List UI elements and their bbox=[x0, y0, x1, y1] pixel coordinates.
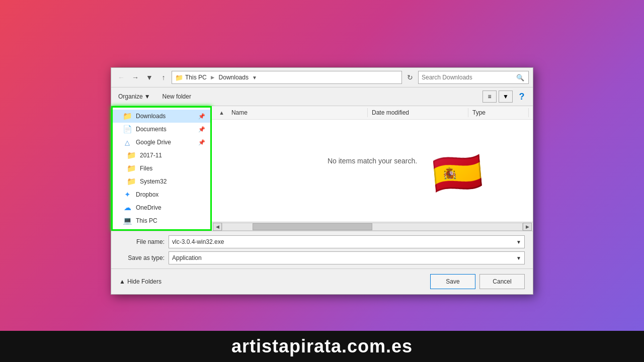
view-dropdown-icon: ▼ bbox=[503, 93, 509, 100]
sidebar-item-documents[interactable]: 📄 Documents 📌 bbox=[113, 123, 210, 136]
address-downloads: Downloads bbox=[219, 74, 249, 81]
address-bar[interactable]: 📁 This PC ► Downloads ▼ bbox=[172, 71, 402, 84]
sidebar-item-files[interactable]: 📁 Files bbox=[113, 162, 210, 175]
sidebar-item-google-drive[interactable]: △ Google Drive 📌 bbox=[113, 136, 210, 149]
view-options-button[interactable]: ≡ bbox=[482, 90, 497, 103]
this-pc-icon: 💻 bbox=[123, 216, 132, 225]
toolbar-right: ≡ ▼ ? bbox=[482, 89, 529, 104]
sidebar-item-downloads-label: Downloads bbox=[136, 113, 166, 120]
sidebar-item-onedrive-label: OneDrive bbox=[136, 204, 162, 211]
address-dropdown-chevron[interactable]: ▼ bbox=[251, 73, 259, 81]
sidebar-item-system32[interactable]: 📁 System32 bbox=[113, 175, 210, 188]
dropbox-icon: ✦ bbox=[123, 190, 132, 199]
scrollbar-area: ◀ ▶ bbox=[212, 222, 533, 231]
recent-locations-button[interactable]: ▼ bbox=[143, 71, 155, 83]
footer-bar: ▲ Hide Folders Save Cancel bbox=[111, 268, 533, 294]
secondary-toolbar: Organize ▼ New folder ≡ ▼ ? bbox=[111, 87, 533, 106]
sidebar-item-dropbox[interactable]: ✦ Dropbox bbox=[113, 188, 210, 201]
folder-2017-11-icon: 📁 bbox=[127, 151, 136, 160]
pin-icon-downloads: 📌 bbox=[198, 113, 205, 120]
sidebar: 📁 Downloads 📌 📄 Documents 📌 △ Google Dri… bbox=[111, 106, 212, 231]
scroll-left-button[interactable]: ◀ bbox=[213, 223, 222, 231]
no-items-message: No items match your search. bbox=[328, 157, 417, 165]
scroll-thumb[interactable] bbox=[253, 223, 372, 230]
sidebar-item-documents-label: Documents bbox=[136, 126, 167, 133]
new-folder-label: New folder bbox=[163, 93, 191, 100]
help-button[interactable]: ? bbox=[515, 89, 529, 104]
hide-folders-button[interactable]: ▲ Hide Folders bbox=[119, 278, 162, 285]
col-header-type[interactable]: Type bbox=[468, 108, 529, 117]
downloads-icon: 📁 bbox=[123, 112, 132, 121]
sidebar-item-downloads[interactable]: 📁 Downloads 📌 bbox=[113, 110, 210, 123]
file-name-value: vlc-3.0.4-win32.exe bbox=[172, 238, 224, 245]
watermark-text: artistapirata.com.es bbox=[231, 336, 413, 356]
save-as-type-value: Application bbox=[172, 254, 202, 261]
view-dropdown-button[interactable]: ▼ bbox=[499, 90, 513, 103]
save-as-dialog: ← → ▼ ↑ 📁 This PC ► Downloads ▼ ↻ 🔍 Orga… bbox=[111, 67, 533, 295]
file-name-label: File name: bbox=[119, 238, 165, 245]
address-separator-1: ► bbox=[210, 74, 216, 81]
save-as-type-label: Save as type: bbox=[119, 254, 165, 261]
sidebar-item-this-pc[interactable]: 💻 This PC bbox=[113, 214, 210, 227]
cancel-button[interactable]: Cancel bbox=[479, 274, 525, 289]
google-drive-icon: △ bbox=[123, 138, 132, 147]
save-as-type-input[interactable]: Application ▼ bbox=[169, 251, 525, 264]
refresh-button[interactable]: ↻ bbox=[404, 71, 416, 83]
back-button[interactable]: ← bbox=[115, 71, 127, 83]
spain-flag: 🇪🇸 bbox=[430, 148, 485, 199]
search-input[interactable] bbox=[422, 74, 513, 81]
sidebar-item-files-label: Files bbox=[140, 165, 152, 172]
file-list-body: No items match your search. 🇪🇸 bbox=[212, 120, 533, 222]
address-toolbar: ← → ▼ ↑ 📁 This PC ► Downloads ▼ ↻ 🔍 bbox=[111, 68, 533, 87]
search-box: 🔍 bbox=[418, 71, 529, 84]
file-name-row: File name: vlc-3.0.4-win32.exe ▼ bbox=[119, 235, 525, 248]
save-as-type-row: Save as type: Application ▼ bbox=[119, 251, 525, 264]
folder-system32-icon: 📁 bbox=[127, 177, 136, 186]
sidebar-item-system32-label: System32 bbox=[140, 178, 167, 185]
col-header-name[interactable]: Name bbox=[227, 108, 368, 117]
sidebar-item-2017-11[interactable]: 📁 2017-11 bbox=[113, 149, 210, 162]
folder-files-icon: 📁 bbox=[127, 164, 136, 173]
scroll-right-button[interactable]: ▶ bbox=[523, 223, 532, 231]
view-icon: ≡ bbox=[488, 93, 491, 100]
documents-icon: 📄 bbox=[123, 125, 132, 134]
footer-buttons: Save Cancel bbox=[430, 274, 525, 289]
sidebar-item-this-pc-label: This PC bbox=[136, 217, 157, 224]
pin-icon-documents: 📌 bbox=[198, 126, 205, 133]
file-name-input[interactable]: vlc-3.0.4-win32.exe ▼ bbox=[169, 235, 525, 248]
search-icon-button[interactable]: 🔍 bbox=[515, 72, 525, 82]
sidebar-item-google-drive-label: Google Drive bbox=[136, 139, 171, 146]
sidebar-item-onedrive[interactable]: ☁ OneDrive bbox=[113, 201, 210, 214]
organize-label: Organize bbox=[118, 93, 143, 100]
sidebar-item-2017-11-label: 2017-11 bbox=[140, 152, 162, 159]
hide-folders-chevron-icon: ▲ bbox=[119, 278, 125, 285]
sidebar-item-dropbox-label: Dropbox bbox=[136, 191, 158, 198]
file-name-dropdown-icon: ▼ bbox=[516, 239, 521, 245]
form-area: File name: vlc-3.0.4-win32.exe ▼ Save as… bbox=[111, 231, 533, 268]
file-list-panel: ▲ Name Date modified Type No items match… bbox=[212, 106, 533, 231]
col-header-date[interactable]: Date modified bbox=[368, 108, 468, 117]
main-content: 📁 Downloads 📌 📄 Documents 📌 △ Google Dri… bbox=[111, 106, 533, 231]
watermark: artistapirata.com.es bbox=[0, 331, 644, 362]
new-folder-button[interactable]: New folder bbox=[159, 92, 194, 102]
address-this-pc: This PC bbox=[185, 74, 207, 81]
onedrive-icon: ☁ bbox=[123, 203, 132, 212]
organize-dropdown-icon: ▼ bbox=[144, 93, 150, 100]
forward-button[interactable]: → bbox=[129, 71, 141, 83]
organize-button[interactable]: Organize ▼ bbox=[115, 92, 153, 102]
scroll-track[interactable] bbox=[222, 223, 523, 231]
sort-arrow: ▲ bbox=[216, 109, 227, 117]
save-button[interactable]: Save bbox=[430, 274, 475, 289]
column-headers: ▲ Name Date modified Type bbox=[212, 106, 533, 120]
up-button[interactable]: ↑ bbox=[157, 71, 170, 83]
pin-icon-google-drive: 📌 bbox=[198, 139, 205, 146]
hide-folders-label: Hide Folders bbox=[127, 278, 162, 285]
save-as-type-dropdown-icon: ▼ bbox=[516, 255, 521, 261]
